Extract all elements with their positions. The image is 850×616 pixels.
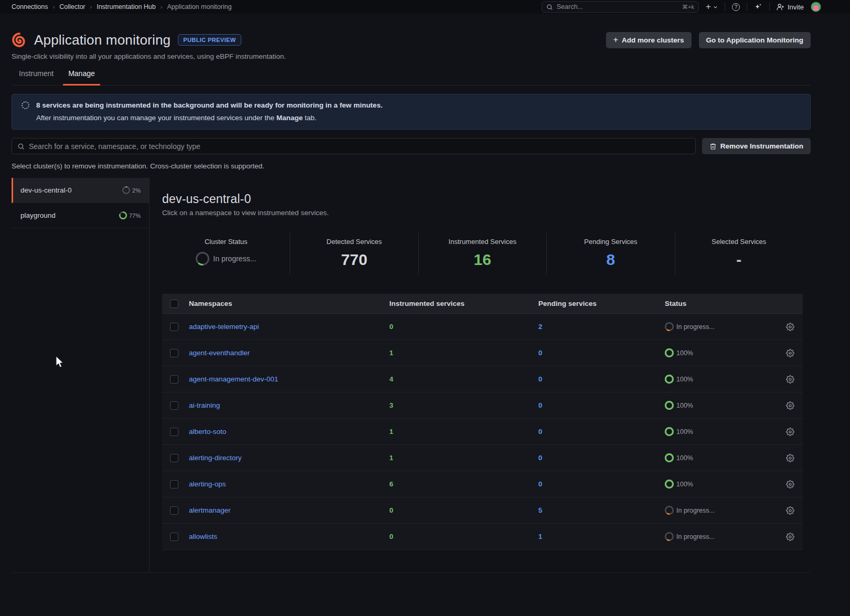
breadcrumb-item-instrumentation-hub[interactable]: Instrumentation Hub (97, 3, 156, 10)
progress-ring-icon (122, 186, 130, 194)
status-complete-ring-icon (665, 348, 674, 357)
row-checkbox[interactable] (170, 375, 178, 384)
tab-manage[interactable]: Manage (61, 68, 102, 85)
instrumented-count: 6 (389, 480, 538, 488)
cluster-name: playground (20, 211, 56, 219)
status-complete-ring-icon (665, 453, 674, 462)
row-checkbox[interactable] (170, 533, 178, 541)
namespace-link[interactable]: adaptive-telemetry-api (189, 323, 389, 331)
gear-icon (786, 533, 794, 541)
row-settings-button[interactable] (778, 533, 803, 541)
breadcrumb-item-application-monitoring[interactable]: Application monitoring (167, 3, 231, 10)
remove-instrumentation-button[interactable]: Remove Instrumentation (702, 138, 811, 154)
stat-value: 770 (290, 251, 418, 269)
status-cell: 100% (665, 375, 778, 384)
row-checkbox[interactable] (170, 480, 178, 488)
trash-icon (709, 143, 717, 150)
status-cell: 100% (665, 480, 778, 488)
row-checkbox[interactable] (170, 454, 178, 462)
help-icon: ? (732, 3, 740, 11)
row-checkbox[interactable] (170, 349, 178, 357)
ai-assistant-button[interactable] (754, 3, 762, 11)
add-more-clusters-button[interactable]: + Add more clusters (606, 32, 692, 48)
row-settings-button[interactable] (778, 349, 803, 357)
cluster-item-dev-us-central-0[interactable]: dev-us-central-0 2% (12, 178, 149, 203)
pending-count: 0 (538, 375, 665, 383)
namespace-link[interactable]: alertmanager (189, 506, 389, 514)
breadcrumb-separator: › (53, 4, 55, 10)
select-clusters-hint: Select cluster(s) to remove instrumentat… (12, 162, 811, 170)
stat-instrumented-services: Instrumented Services16 (418, 232, 546, 274)
row-settings-button[interactable] (778, 480, 803, 488)
row-settings-button[interactable] (778, 323, 803, 331)
table-row: adaptive-telemetry-api02 In progress... (162, 314, 803, 340)
column-header-pending-services: Pending services (538, 300, 665, 307)
pending-count: 2 (538, 323, 665, 331)
instrumented-count: 3 (389, 401, 538, 409)
namespace-link[interactable]: alerting-ops (189, 480, 389, 488)
stat-detected-services: Detected Services770 (290, 232, 418, 274)
namespace-link[interactable]: ai-training (189, 401, 389, 409)
status-complete-ring-icon (665, 427, 674, 436)
tab-label: Instrument (19, 69, 54, 78)
breadcrumb-item-connections[interactable]: Connections (12, 3, 48, 10)
status-in-progress-ring-icon (665, 506, 674, 515)
row-checkbox[interactable] (170, 323, 178, 331)
service-search-input[interactable]: Search for a service, namespace, or tech… (12, 138, 696, 154)
breadcrumb: Connections›Collector›Instrumentation Hu… (12, 3, 231, 10)
row-settings-button[interactable] (778, 506, 803, 515)
select-all-checkbox[interactable] (170, 300, 178, 308)
divider (747, 3, 747, 11)
namespace-link[interactable]: agent-management-dev-001 (189, 375, 389, 383)
status-label: 100% (676, 402, 693, 409)
top-navigation-bar: Connections›Collector›Instrumentation Hu… (0, 0, 850, 14)
breadcrumb-item-collector[interactable]: Collector (59, 3, 85, 10)
status-cell: In progress... (665, 532, 778, 541)
gear-icon (786, 454, 794, 462)
service-search-placeholder: Search for a service, namespace, or tech… (29, 142, 200, 151)
row-settings-button[interactable] (778, 428, 803, 436)
stat-value: 8 (547, 251, 674, 269)
table-row: ai-training30 100% (162, 392, 803, 419)
plus-icon: + (706, 2, 711, 12)
namespace-link[interactable]: alerting-directory (189, 454, 389, 462)
remove-instrumentation-label: Remove Instrumentation (720, 142, 803, 150)
stat-selected-services: Selected Services- (675, 232, 803, 274)
status-label: In progress... (676, 507, 715, 514)
cluster-progress: 77% (119, 211, 141, 219)
table-row: alerting-ops60 100% (162, 471, 803, 497)
help-button[interactable]: ? (732, 3, 740, 11)
search-icon (546, 4, 553, 10)
gear-icon (786, 480, 794, 488)
global-search-input[interactable]: Search... ⌘+k (541, 1, 699, 13)
namespace-link[interactable]: agent-eventhandler (189, 349, 389, 357)
row-checkbox[interactable] (170, 506, 178, 515)
cluster-item-playground[interactable]: playground 77% (12, 203, 149, 228)
status-cell: In progress... (665, 506, 778, 515)
tab-instrument[interactable]: Instrument (12, 68, 61, 85)
row-settings-button[interactable] (778, 401, 803, 410)
stat-value: 16 (419, 251, 546, 269)
instrumented-count: 0 (389, 506, 538, 514)
gear-icon (786, 349, 794, 357)
user-avatar[interactable] (811, 2, 821, 12)
stat-value: - (675, 251, 803, 269)
stat-label: Selected Services (675, 238, 803, 246)
pending-count: 0 (538, 428, 665, 436)
row-checkbox[interactable] (170, 401, 178, 410)
go-to-application-monitoring-button[interactable]: Go to Application Monitoring (699, 32, 811, 48)
row-checkbox[interactable] (170, 428, 178, 436)
row-settings-button[interactable] (778, 454, 803, 462)
instrumentation-progress-alert: 8 services are being instrumented in the… (12, 94, 811, 130)
alert-line2: After instrumentation you can manage you… (22, 114, 801, 122)
namespace-link[interactable]: allowlists (189, 533, 389, 540)
status-complete-ring-icon (665, 401, 674, 410)
column-header-namespaces: Namespaces (189, 300, 389, 307)
status-cell: In progress... (665, 322, 778, 331)
breadcrumb-separator: › (161, 4, 163, 10)
namespace-link[interactable]: alberto-soto (189, 428, 389, 436)
row-settings-button[interactable] (778, 375, 803, 384)
spinner-ring-icon (196, 252, 209, 265)
add-menu-button[interactable]: + (706, 2, 718, 12)
invite-button[interactable]: Invite (777, 3, 804, 11)
